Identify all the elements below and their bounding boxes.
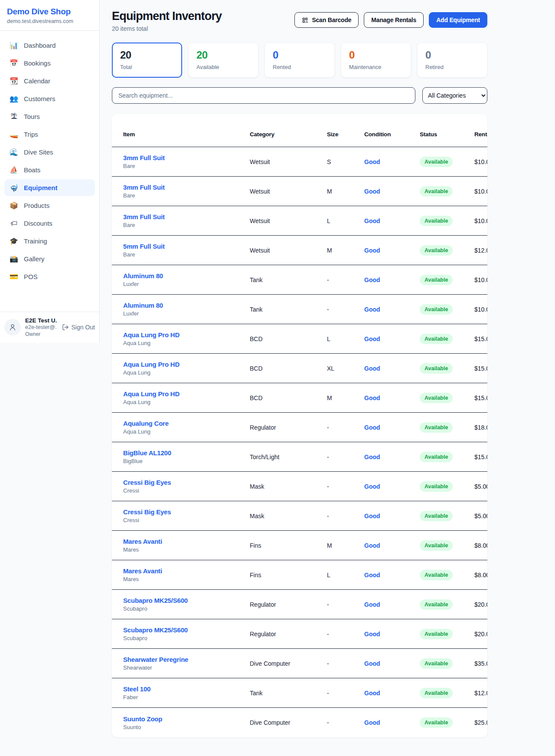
- item-name-link[interactable]: Aqua Lung Pro HD: [123, 390, 180, 398]
- column-header-category: Category: [250, 131, 327, 138]
- stat-card-retired[interactable]: 0 Retired: [417, 43, 487, 78]
- item-category: Torch/Light: [250, 454, 327, 460]
- condition-link[interactable]: Good: [364, 306, 380, 313]
- stats-cards: 20 Total 20 Available 0 Rented 0 Mainten…: [112, 43, 487, 78]
- item-name-link[interactable]: Aqua Lung Pro HD: [123, 331, 180, 339]
- item-name-link[interactable]: Aluminum 80: [123, 302, 163, 309]
- stat-card-total[interactable]: 20 Total: [112, 43, 182, 78]
- item-name-link[interactable]: 3mm Full Suit: [123, 213, 165, 220]
- condition-link[interactable]: Good: [364, 483, 380, 490]
- condition-link[interactable]: Good: [364, 424, 380, 431]
- add-equipment-button[interactable]: Add Equipment: [429, 12, 487, 28]
- condition-link[interactable]: Good: [364, 276, 380, 283]
- condition-link[interactable]: Good: [364, 158, 380, 165]
- stat-card-rented[interactable]: 0 Rented: [264, 43, 335, 78]
- item-name-link[interactable]: Aqualung Core: [123, 420, 169, 427]
- condition-link[interactable]: Good: [364, 719, 380, 726]
- status-badge: Available: [420, 363, 453, 374]
- item-name-link[interactable]: 5mm Full Suit: [123, 243, 165, 250]
- sidebar-item-dashboard[interactable]: 📊 Dashboard: [4, 37, 95, 54]
- dive-sites-icon: 🌊: [10, 148, 18, 156]
- main-content: Equipment Inventory 20 items total Scan …: [100, 0, 555, 756]
- item-name-link[interactable]: 3mm Full Suit: [123, 154, 165, 161]
- user-name: E2E Test U...: [25, 317, 57, 325]
- rental-price: $10.00/day: [474, 217, 487, 224]
- sidebar-item-pos[interactable]: 💳 POS: [4, 268, 95, 285]
- condition-link[interactable]: Good: [364, 631, 380, 638]
- sidebar-item-calendar[interactable]: 📆 Calendar: [4, 72, 95, 89]
- stat-value: 0: [273, 49, 326, 61]
- item-brand: Luxfer: [123, 310, 250, 317]
- sidebar-item-bookings[interactable]: 📅 Bookings: [4, 55, 95, 72]
- item-name-link[interactable]: Cressi Big Eyes: [123, 479, 171, 486]
- rental-price: $8.00/day: [474, 542, 487, 549]
- status-badge: Available: [420, 275, 453, 285]
- item-name-link[interactable]: Scubapro MK25/S600: [123, 597, 188, 604]
- item-name-link[interactable]: Aqua Lung Pro HD: [123, 361, 180, 368]
- item-brand: Cressi: [123, 487, 250, 494]
- item-size: M: [327, 542, 364, 549]
- item-brand: Shearwater: [123, 664, 250, 671]
- stat-value: 0: [349, 49, 403, 61]
- item-name-link[interactable]: Aluminum 80: [123, 272, 163, 279]
- stat-label: Maintenance: [349, 64, 403, 70]
- condition-link[interactable]: Good: [364, 601, 380, 608]
- condition-link[interactable]: Good: [364, 660, 380, 667]
- calendar-icon: 📆: [10, 77, 18, 85]
- search-input[interactable]: [112, 87, 415, 104]
- condition-link[interactable]: Good: [364, 394, 380, 401]
- user-email: e2e-tester@...: [25, 324, 57, 331]
- sidebar-item-label: Products: [24, 202, 49, 209]
- condition-link[interactable]: Good: [364, 513, 380, 519]
- item-name-link[interactable]: Suunto Zoop: [123, 715, 162, 723]
- sidebar-item-gallery[interactable]: 📸 Gallery: [4, 250, 95, 267]
- sidebar-nav: 📊 Dashboard 📅 Bookings 📆 Calendar 👥 Cust…: [0, 31, 99, 312]
- sidebar-item-discounts[interactable]: 🏷 Discounts: [4, 215, 95, 232]
- condition-link[interactable]: Good: [364, 454, 380, 460]
- table-row: 3mm Full Suit Bare Wetsuit L Good Availa…: [112, 206, 487, 236]
- user-avatar[interactable]: [4, 319, 21, 335]
- condition-link[interactable]: Good: [364, 217, 380, 224]
- item-name-link[interactable]: Cressi Big Eyes: [123, 508, 171, 516]
- item-name-link[interactable]: Shearwater Peregrine: [123, 656, 188, 663]
- scan-barcode-button[interactable]: Scan Barcode: [294, 12, 359, 28]
- condition-link[interactable]: Good: [364, 188, 380, 195]
- item-name-link[interactable]: Scubapro MK25/S600: [123, 626, 188, 634]
- condition-link[interactable]: Good: [364, 247, 380, 254]
- user-box: E2E Test U... e2e-tester@... Owner Sign …: [0, 312, 99, 343]
- manage-rentals-label: Manage Rentals: [371, 16, 416, 23]
- rental-price: $12.00/day: [474, 690, 487, 697]
- header-actions: Scan Barcode Manage Rentals Add Equipmen…: [294, 12, 487, 28]
- item-name-link[interactable]: BigBlue AL1200: [123, 449, 171, 457]
- sidebar-item-tours[interactable]: 🏝 Tours: [4, 108, 95, 125]
- condition-link[interactable]: Good: [364, 335, 380, 342]
- sidebar-item-dive-sites[interactable]: 🌊 Dive Sites: [4, 144, 95, 161]
- sidebar-item-customers[interactable]: 👥 Customers: [4, 90, 95, 107]
- sign-out-button[interactable]: Sign Out: [62, 324, 95, 331]
- sidebar-item-equipment[interactable]: 🤿 Equipment: [4, 179, 95, 196]
- condition-link[interactable]: Good: [364, 365, 380, 372]
- condition-link[interactable]: Good: [364, 542, 380, 549]
- sidebar-item-trips[interactable]: 🚤 Trips: [4, 126, 95, 143]
- sidebar-item-boats[interactable]: ⛵ Boats: [4, 161, 95, 178]
- stat-card-available[interactable]: 20 Available: [188, 43, 258, 78]
- item-category: BCD: [250, 394, 327, 401]
- item-name-link[interactable]: Mares Avanti: [123, 567, 162, 575]
- condition-link[interactable]: Good: [364, 572, 380, 579]
- sidebar-item-training[interactable]: 🎓 Training: [4, 233, 95, 250]
- item-name-link[interactable]: Mares Avanti: [123, 538, 162, 545]
- item-size: -: [327, 483, 364, 490]
- sidebar-item-products[interactable]: 📦 Products: [4, 197, 95, 214]
- table-row: Aqua Lung Pro HD Aqua Lung BCD XL Good A…: [112, 354, 487, 383]
- brand-name[interactable]: Demo Dive Shop: [7, 7, 92, 16]
- manage-rentals-button[interactable]: Manage Rentals: [364, 12, 424, 28]
- table-row: Aqua Lung Pro HD Aqua Lung BCD M Good Av…: [112, 383, 487, 413]
- item-brand: Aqua Lung: [123, 369, 250, 376]
- category-filter-select[interactable]: All Categories: [422, 87, 487, 104]
- condition-link[interactable]: Good: [364, 690, 380, 697]
- stat-card-maintenance[interactable]: 0 Maintenance: [341, 43, 411, 78]
- item-name-link[interactable]: Steel 100: [123, 685, 150, 693]
- item-name-link[interactable]: 3mm Full Suit: [123, 184, 165, 191]
- item-size: M: [327, 394, 364, 401]
- rental-price: $10.00/day: [474, 306, 487, 313]
